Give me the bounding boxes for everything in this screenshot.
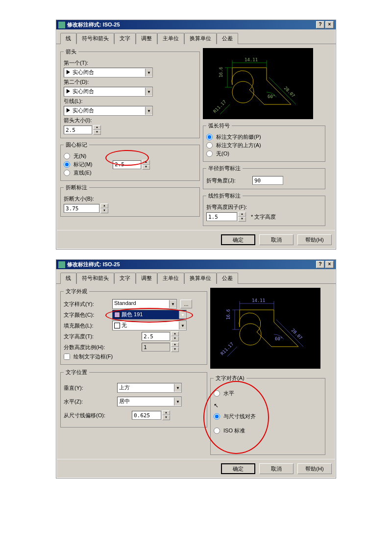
horiz-label: 水平(Z): [64,398,115,405]
align-horiz-radio[interactable] [214,390,220,397]
text-color-combo[interactable]: 颜色 191▼ [112,310,187,320]
style-label: 文字样式(Y): [64,301,110,308]
text-placement-group: 文字位置 垂直(Y): 上方▼ 水平(Z): 居中▼ 从尺寸线偏移(O): ▲▼ [60,369,207,428]
chevron-down-icon: ▼ [145,107,152,115]
jog-angle-input[interactable] [252,176,283,185]
center-line-radio[interactable] [64,170,70,176]
center-none-radio[interactable] [64,153,70,159]
cancel-button[interactable]: 取消 [259,234,294,245]
titlebar[interactable]: 修改标注样式: ISO-25 ? × [56,20,336,29]
tab-alt-units[interactable]: 换算单位 [184,33,217,44]
height-label: 文字高度(T): [64,333,140,340]
tab-symbols-arrows[interactable]: 符号和箭头 [76,273,114,284]
svg-text:R11.17: R11.17 [212,99,227,114]
help-button[interactable]: ? [316,21,324,28]
spin-up[interactable]: ▲ [162,410,170,415]
vertical-combo[interactable]: 上方▼ [117,383,182,393]
arc-above-radio[interactable] [206,142,213,149]
spin-down[interactable]: ▼ [171,347,179,352]
style-browse-button[interactable]: ... [180,300,192,308]
center-mark-radio[interactable] [64,161,70,168]
align-horiz-label: 水平 [223,390,234,397]
align-dimline-radio[interactable] [214,413,220,420]
tab-fit[interactable]: 调整 [136,273,157,284]
leader-label: 引线(L): [64,98,83,105]
tab-lines[interactable]: 线 [60,273,76,284]
tab-tolerances[interactable]: 公差 [217,33,238,44]
tab-lines[interactable]: 线 [60,33,76,44]
arc-before-radio[interactable] [206,134,213,140]
spin-up[interactable]: ▲ [142,160,150,165]
jog-factor-label: 折弯高度因子(F): [206,203,247,211]
vert-label: 垂直(Y): [64,384,115,392]
text-alignment-group: 文字对齐(A) 水平 ↖ 与尺寸线对齐 ISO 标准 [210,375,325,455]
jog-factor-suffix: * 文字高度 [251,213,276,221]
text-height-input[interactable] [142,332,170,341]
draw-frame-checkbox[interactable] [64,353,70,360]
dim-break-group: 折断标注 折断大小(B): ▲▼ [60,184,200,217]
tab-primary-units[interactable]: 主单位 [157,33,184,44]
spin-up[interactable]: ▲ [93,125,101,130]
spin-down[interactable]: ▼ [171,336,179,341]
help-button[interactable]: 帮助(H) [297,234,332,245]
window-title: 修改标注样式: ISO-25 [67,261,316,268]
arrows-group: 箭头 第一个(T): ▶ 实心闭合▼ 第二个(D): ▶ 实心闭合▼ 引线(L)… [60,48,200,138]
center-size-input[interactable] [113,160,141,169]
help-button[interactable]: ? [316,261,324,268]
break-size-input[interactable] [64,204,99,213]
tab-strip: 线 符号和箭头 文字 调整 主单位 换算单位 公差 [56,29,336,44]
spin-up[interactable]: ▲ [171,331,179,336]
second-arrow-combo[interactable]: ▶ 实心闭合▼ [64,87,153,97]
arc-before-label: 标注文字的前缀(P) [216,133,261,141]
cancel-button[interactable]: 取消 [259,463,294,474]
svg-point-14 [240,324,261,345]
ok-button[interactable]: 确定 [221,463,255,474]
spin-up[interactable]: ▲ [171,342,179,347]
second-arrow-label: 第二个(D): [64,78,89,86]
help-button[interactable]: 帮助(H) [297,463,332,474]
tab-fit[interactable]: 调整 [136,33,157,44]
app-icon [58,22,65,28]
jog-factor-input[interactable] [206,212,237,221]
spin-down[interactable]: ▼ [238,217,246,222]
svg-text:R11.17: R11.17 [220,341,234,356]
close-button[interactable]: × [325,21,334,28]
linjog-legend: 线性折弯标注 [206,192,243,200]
spin-down[interactable]: ▼ [93,130,101,135]
fill-color-combo[interactable]: 无▼ [112,321,187,330]
tab-symbols-arrows[interactable]: 符号和箭头 [76,33,114,44]
close-button[interactable]: × [325,261,334,268]
align-iso-radio[interactable] [214,428,220,434]
dimension-style-dialog-2: 修改标注样式: ISO-25 ? × 线 符号和箭头 文字 调整 主单位 换算单… [56,259,336,479]
first-arrow-combo[interactable]: ▶ 实心闭合▼ [64,68,153,77]
tab-alt-units[interactable]: 换算单位 [184,273,217,284]
spin-down[interactable]: ▼ [100,208,108,213]
arc-none-radio[interactable] [206,151,213,157]
tab-text[interactable]: 文字 [114,33,136,44]
chevron-down-icon: ▼ [174,384,181,392]
titlebar[interactable]: 修改标注样式: ISO-25 ? × [56,260,336,269]
leader-combo[interactable]: ▶ 实心闭合▼ [64,106,153,116]
ok-button[interactable]: 确定 [221,234,255,245]
color-swatch [114,323,120,328]
svg-text:14.11: 14.11 [245,57,258,62]
tab-tolerances[interactable]: 公差 [217,273,238,284]
spin-up[interactable]: ▲ [100,203,108,208]
offset-input[interactable] [132,411,161,420]
radius-jog-group: 半径折弯标注 折弯角度(J): [203,165,325,189]
chevron-down-icon: ▼ [174,398,181,405]
spin-down[interactable]: ▼ [142,165,150,170]
tab-text[interactable]: 文字 [114,273,136,284]
center-mark-label: 标记(M) [74,161,93,168]
spin-down[interactable]: ▼ [162,415,170,420]
arrow-size-input[interactable] [64,126,92,134]
tab-primary-units[interactable]: 主单位 [157,273,184,284]
align-dimline-label: 与尺寸线对齐 [223,413,256,420]
arc-above-label: 标注文字的上方(A) [216,142,261,149]
horizontal-combo[interactable]: 居中▼ [117,397,182,406]
first-arrow-label: 第一个(T): [64,59,88,67]
spin-up[interactable]: ▲ [238,212,246,217]
svg-text:16.6: 16.6 [219,67,223,77]
svg-text:60°: 60° [275,336,283,341]
text-style-combo[interactable]: Standard▼ [112,299,177,309]
